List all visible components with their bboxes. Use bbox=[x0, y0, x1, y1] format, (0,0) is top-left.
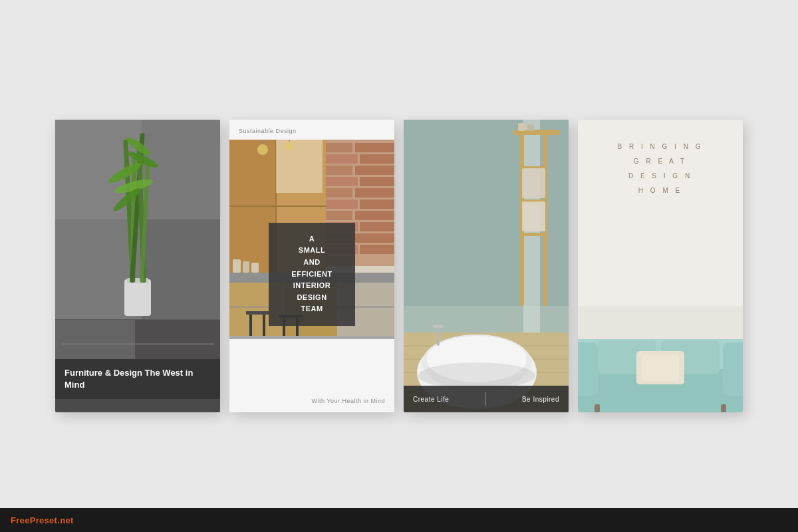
svg-rect-16 bbox=[55, 320, 135, 359]
svg-rect-60 bbox=[249, 313, 252, 339]
svg-rect-22 bbox=[355, 143, 394, 152]
svg-rect-97 bbox=[723, 342, 743, 396]
svg-rect-74 bbox=[520, 233, 547, 236]
card-1-bamboo: Furniture & Design The West in Mind bbox=[55, 120, 220, 412]
card-4-line2: G R E A T bbox=[591, 154, 730, 169]
svg-rect-32 bbox=[360, 200, 394, 209]
svg-rect-40 bbox=[360, 245, 394, 254]
svg-point-50 bbox=[285, 142, 294, 151]
svg-rect-62 bbox=[246, 311, 269, 315]
site-domain: .net bbox=[57, 515, 73, 525]
site-name-free: Free bbox=[11, 515, 30, 525]
svg-rect-103 bbox=[721, 404, 726, 412]
card-3-bottom-bar: Create Life Be Inspired bbox=[404, 386, 569, 412]
card-4-line4: H O M E bbox=[591, 184, 730, 198]
svg-rect-58 bbox=[243, 261, 249, 273]
svg-rect-96 bbox=[578, 342, 598, 396]
svg-rect-34 bbox=[355, 211, 394, 220]
card-2-bottom-label: With Your Health in Mind bbox=[229, 390, 394, 412]
card-4-line1: B R I N G I N G bbox=[591, 140, 730, 154]
svg-rect-90 bbox=[437, 326, 440, 346]
svg-rect-24 bbox=[360, 154, 394, 164]
card-2-kitchen-image: ASMALLANDEFFICIENTINTERIORDESIGNTEAM bbox=[229, 140, 394, 339]
bamboo-background bbox=[55, 120, 220, 319]
card-3-divider bbox=[485, 392, 486, 406]
card-4-line3: D E S I G N bbox=[591, 169, 730, 184]
svg-rect-36 bbox=[360, 222, 394, 231]
svg-rect-76 bbox=[522, 201, 545, 231]
svg-rect-17 bbox=[135, 320, 220, 359]
svg-rect-66 bbox=[229, 336, 394, 339]
svg-rect-91 bbox=[433, 325, 444, 328]
svg-rect-3 bbox=[124, 279, 151, 316]
svg-rect-75 bbox=[522, 168, 545, 198]
svg-rect-26 bbox=[355, 166, 394, 175]
svg-rect-18 bbox=[62, 343, 213, 345]
svg-rect-30 bbox=[355, 188, 394, 198]
card-1-bottom-overlay: Furniture & Design The West in Mind bbox=[55, 359, 220, 399]
card-1-title: Furniture & Design The West in Mind bbox=[65, 367, 211, 391]
svg-rect-102 bbox=[595, 404, 600, 412]
svg-rect-28 bbox=[360, 177, 394, 186]
card-3-bathroom-image bbox=[404, 120, 569, 412]
card-4-sofa-image bbox=[578, 306, 743, 412]
card-4-text: B R I N G I N G G R E A T D E S I G N H … bbox=[591, 140, 730, 198]
svg-rect-57 bbox=[233, 259, 241, 273]
svg-rect-38 bbox=[355, 233, 394, 243]
footer-bar: FreePreset.net bbox=[0, 508, 798, 532]
card-4-sofa: B R I N G I N G G R E A T D E S I G N H … bbox=[578, 120, 743, 412]
card-2-top-label: Sustainable Design bbox=[229, 120, 394, 140]
svg-point-48 bbox=[257, 144, 268, 155]
card-1-middle-image bbox=[55, 319, 220, 359]
card-2-interior-text: ASMALLANDEFFICIENTINTERIORDESIGNTEAM bbox=[277, 233, 347, 315]
svg-rect-47 bbox=[276, 140, 323, 193]
svg-rect-101 bbox=[642, 354, 679, 381]
svg-rect-79 bbox=[527, 124, 534, 131]
gallery-container: Furniture & Design The West in Mind Sust… bbox=[42, 106, 756, 426]
card-2-text-overlay: ASMALLANDEFFICIENTINTERIORDESIGNTEAM bbox=[269, 223, 355, 326]
card-2-kitchen: Sustainable Design bbox=[229, 120, 394, 412]
card-3-left-text: Create Life bbox=[413, 396, 449, 403]
card-1-top-image bbox=[55, 120, 220, 319]
svg-rect-78 bbox=[518, 123, 526, 131]
site-name-preset: Preset bbox=[30, 515, 58, 525]
card-3-right-text: Be Inspired bbox=[522, 396, 559, 403]
card-3-bathroom: Create Life Be Inspired bbox=[404, 120, 569, 412]
svg-rect-61 bbox=[263, 313, 265, 339]
svg-rect-59 bbox=[251, 263, 259, 273]
svg-point-89 bbox=[418, 362, 535, 389]
site-label: FreePreset.net bbox=[11, 515, 74, 525]
